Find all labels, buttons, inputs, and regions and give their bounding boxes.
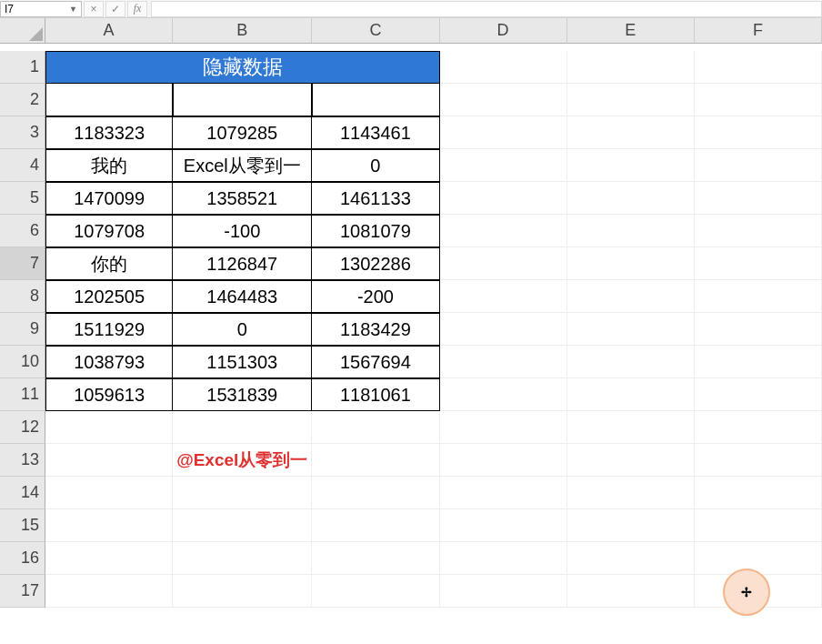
cell-C9[interactable]: 1183429 xyxy=(312,313,439,346)
cell-C12[interactable] xyxy=(312,411,439,444)
cell-E4[interactable] xyxy=(567,149,695,182)
cell-C16[interactable] xyxy=(312,542,439,575)
cell-A14[interactable] xyxy=(45,477,173,509)
cell-C11[interactable]: 1181061 xyxy=(312,378,439,411)
cell-C5[interactable]: 1461133 xyxy=(312,182,439,215)
fx-button[interactable]: fx xyxy=(127,1,147,17)
cell-D11[interactable] xyxy=(440,378,567,411)
row-head-1[interactable]: 1 xyxy=(0,51,45,84)
cell-A11[interactable]: 1059613 xyxy=(45,378,173,411)
cell-C13[interactable] xyxy=(312,444,439,477)
cell-A3[interactable]: 1183323 xyxy=(45,116,173,149)
cell-E11[interactable] xyxy=(567,378,695,411)
cell-D13[interactable] xyxy=(440,444,567,477)
cell-F5[interactable] xyxy=(695,182,822,215)
cell-B6[interactable]: -100 xyxy=(173,215,312,247)
cell-C4[interactable]: 0 xyxy=(312,149,439,182)
cell-C3[interactable]: 1143461 xyxy=(312,116,439,149)
cell-C15[interactable] xyxy=(312,509,439,542)
cell-D9[interactable] xyxy=(440,313,567,346)
row-head-15[interactable]: 15 xyxy=(0,509,45,542)
cell-D16[interactable] xyxy=(440,542,567,575)
cell-F17[interactable] xyxy=(695,575,822,608)
cell-A7[interactable]: 你的 xyxy=(45,247,173,280)
cell-B10[interactable]: 1151303 xyxy=(173,346,312,378)
cell-blank[interactable] xyxy=(567,51,695,84)
cell-A16[interactable] xyxy=(45,542,173,575)
cell-A4[interactable]: 我的 xyxy=(45,149,173,182)
col-head-E[interactable]: E xyxy=(567,18,695,44)
cell-A13[interactable] xyxy=(45,444,173,477)
cell-D14[interactable] xyxy=(440,477,567,509)
cell-E2[interactable] xyxy=(567,84,695,116)
cell-C14[interactable] xyxy=(312,477,439,509)
cell-D10[interactable] xyxy=(440,346,567,378)
cell-F13[interactable] xyxy=(695,444,822,477)
cell-F16[interactable] xyxy=(695,542,822,575)
cell-D8[interactable] xyxy=(440,280,567,313)
cell-B7[interactable]: 1126847 xyxy=(173,247,312,280)
cell-B2[interactable] xyxy=(173,84,312,116)
cell-D6[interactable] xyxy=(440,215,567,247)
cell-D4[interactable] xyxy=(440,149,567,182)
col-head-F[interactable]: F xyxy=(695,18,822,44)
cell-B17[interactable] xyxy=(173,575,312,608)
row-head-6[interactable]: 6 xyxy=(0,215,45,247)
row-head-11[interactable]: 11 xyxy=(0,378,45,411)
cell-B14[interactable] xyxy=(173,477,312,509)
row-head-10[interactable]: 10 xyxy=(0,346,45,378)
cell-B11[interactable]: 1531839 xyxy=(173,378,312,411)
row-head-3[interactable]: 3 xyxy=(0,116,45,149)
cell-E5[interactable] xyxy=(567,182,695,215)
cell-blank[interactable] xyxy=(695,51,822,84)
cancel-button[interactable]: × xyxy=(84,1,104,17)
cell-C8[interactable]: -200 xyxy=(312,280,439,313)
cell-B5[interactable]: 1358521 xyxy=(173,182,312,215)
cell-A15[interactable] xyxy=(45,509,173,542)
cell-B16[interactable] xyxy=(173,542,312,575)
formula-input[interactable] xyxy=(151,1,822,17)
cell-F15[interactable] xyxy=(695,509,822,542)
row-head-8[interactable]: 8 xyxy=(0,280,45,313)
cell-E3[interactable] xyxy=(567,116,695,149)
cell-F6[interactable] xyxy=(695,215,822,247)
cell-E7[interactable] xyxy=(567,247,695,280)
cell-D12[interactable] xyxy=(440,411,567,444)
select-all-corner[interactable] xyxy=(0,18,45,44)
row-head-5[interactable]: 5 xyxy=(0,182,45,215)
cell-E13[interactable] xyxy=(567,444,695,477)
col-head-C[interactable]: C xyxy=(312,18,439,44)
col-head-A[interactable]: A xyxy=(45,18,173,44)
cell-E6[interactable] xyxy=(567,215,695,247)
confirm-button[interactable]: ✓ xyxy=(105,1,125,17)
cell-A5[interactable]: 1470099 xyxy=(45,182,173,215)
cell-F12[interactable] xyxy=(695,411,822,444)
row-head-14[interactable]: 14 xyxy=(0,477,45,509)
cell-A17[interactable] xyxy=(45,575,173,608)
cell-E16[interactable] xyxy=(567,542,695,575)
cell-F14[interactable] xyxy=(695,477,822,509)
cell-A12[interactable] xyxy=(45,411,173,444)
cell-D3[interactable] xyxy=(440,116,567,149)
cell-E9[interactable] xyxy=(567,313,695,346)
cell-A10[interactable]: 1038793 xyxy=(45,346,173,378)
cell-F4[interactable] xyxy=(695,149,822,182)
cell-F7[interactable] xyxy=(695,247,822,280)
row-head-9[interactable]: 9 xyxy=(0,313,45,346)
cell-F3[interactable] xyxy=(695,116,822,149)
cell-B8[interactable]: 1464483 xyxy=(173,280,312,313)
cell-D5[interactable] xyxy=(440,182,567,215)
cell-E10[interactable] xyxy=(567,346,695,378)
cell-A6[interactable]: 1079708 xyxy=(45,215,173,247)
col-head-B[interactable]: B xyxy=(173,18,312,44)
row-head-2[interactable]: 2 xyxy=(0,84,45,116)
cell-E8[interactable] xyxy=(567,280,695,313)
cell-E14[interactable] xyxy=(567,477,695,509)
cell-B3[interactable]: 1079285 xyxy=(173,116,312,149)
cell-B12[interactable] xyxy=(173,411,312,444)
cell-D7[interactable] xyxy=(440,247,567,280)
row-head-13[interactable]: 13 xyxy=(0,444,45,477)
spreadsheet-grid[interactable]: ABCDEF1隐藏数据231183323107928511434614我的Exc… xyxy=(0,18,822,608)
cell-B4[interactable]: Excel从零到一 xyxy=(173,149,312,182)
row-head-7[interactable]: 7 xyxy=(0,247,45,280)
